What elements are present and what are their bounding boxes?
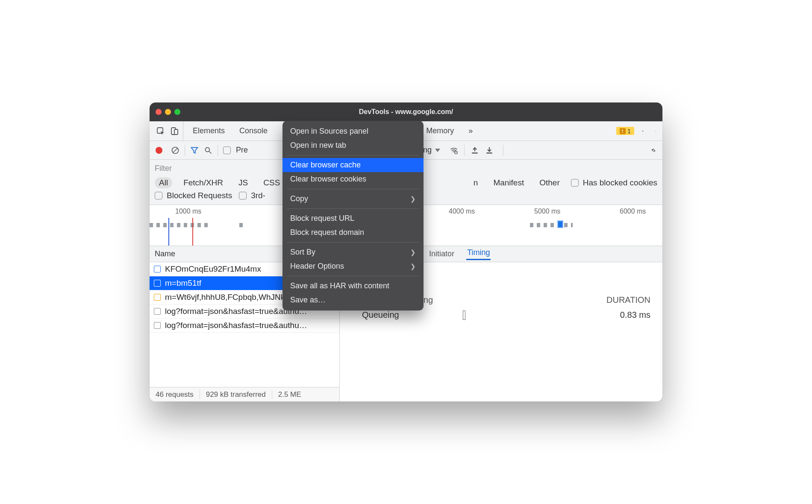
- svg-rect-11: [472, 152, 477, 154]
- traffic-lights: [156, 109, 180, 115]
- preserve-log-checkbox[interactable]: [223, 147, 231, 154]
- generic-file-icon: [154, 308, 161, 315]
- timeline-activity: [530, 223, 573, 227]
- ctx-open-sources[interactable]: Open in Sources panel: [282, 124, 424, 138]
- svg-point-8: [205, 147, 209, 152]
- filter-type-overflow-n[interactable]: n: [469, 177, 482, 188]
- issues-badge[interactable]: ! 1: [616, 127, 634, 135]
- request-name: m=bm51tf: [165, 278, 201, 288]
- inspect-element-icon[interactable]: [156, 127, 165, 135]
- timeline-selection-marker[interactable]: [558, 221, 562, 227]
- svg-rect-12: [486, 152, 492, 154]
- blocked-requests-checkbox[interactable]: [155, 192, 162, 199]
- window-title: DevTools - www.google.com/: [150, 108, 662, 116]
- request-name: KFOmCnqEu92Fr1Mu4mx: [165, 264, 261, 274]
- request-name: log?format=json&hasfast=true&authu…: [165, 321, 307, 330]
- svg-point-4: [656, 131, 656, 131]
- ctx-separator: [287, 155, 419, 155]
- filter-type-js[interactable]: JS: [234, 177, 252, 188]
- tab-console[interactable]: Console: [234, 126, 273, 135]
- filter-type-css[interactable]: CSS: [259, 177, 284, 188]
- ctx-sort-by[interactable]: Sort By❯: [282, 245, 424, 259]
- ctx-save-as[interactable]: Save as…: [282, 293, 424, 307]
- ctx-copy[interactable]: Copy❯: [282, 192, 424, 206]
- filter-funnel-icon[interactable]: [190, 146, 199, 155]
- has-blocked-cookies-checkbox[interactable]: [571, 179, 579, 187]
- window-titlebar: DevTools - www.google.com/: [150, 103, 662, 121]
- minimize-window-button[interactable]: [165, 109, 171, 115]
- script-file-icon: [154, 280, 161, 287]
- filter-type-manifest[interactable]: Manifest: [489, 177, 528, 188]
- third-party-label: 3rd-: [251, 191, 265, 200]
- has-blocked-cookies-label: Has blocked cookies: [583, 178, 657, 188]
- script-file-icon: [154, 294, 161, 301]
- record-button[interactable]: [156, 147, 162, 154]
- timing-row-label: Queueing: [352, 310, 463, 320]
- filter-type-all[interactable]: All: [155, 177, 172, 188]
- timing-duration-head: DURATION: [606, 295, 650, 305]
- ctx-separator: [287, 276, 419, 276]
- search-icon[interactable]: [204, 146, 212, 155]
- timeline-tick: 6000 ms: [620, 208, 646, 215]
- ctx-open-new-tab[interactable]: Open in new tab: [282, 138, 424, 152]
- svg-rect-2: [174, 129, 178, 135]
- detail-tab-timing[interactable]: Timing: [466, 248, 491, 260]
- warning-icon: !: [620, 128, 626, 134]
- svg-point-3: [656, 130, 656, 131]
- preserve-log-label: Pre: [236, 146, 248, 155]
- chevron-right-icon: ❯: [410, 263, 416, 270]
- settings-gear-icon[interactable]: [638, 127, 647, 135]
- export-har-icon[interactable]: [485, 146, 494, 155]
- dom-content-loaded-line: [168, 218, 169, 246]
- device-toolbar-icon[interactable]: [170, 127, 179, 135]
- ctx-separator: [287, 189, 419, 189]
- chevron-right-icon: ❯: [410, 195, 416, 203]
- ctx-clear-cookies[interactable]: Clear browser cookies: [282, 172, 424, 186]
- status-requests: 46 requests: [150, 390, 200, 399]
- status-resources: 2.5 ME: [272, 390, 307, 399]
- ctx-header-options[interactable]: Header Options❯: [282, 259, 424, 273]
- chevron-right-icon: ❯: [410, 249, 416, 256]
- network-settings-gear-icon[interactable]: [651, 146, 660, 155]
- request-row[interactable]: log?format=json&hasfast=true&authu…: [150, 319, 339, 333]
- timeline-tick: 1000 ms: [175, 208, 201, 215]
- ctx-separator: [287, 242, 419, 243]
- filter-type-other[interactable]: Other: [535, 177, 564, 188]
- clear-icon[interactable]: [171, 146, 179, 155]
- svg-line-9: [209, 151, 212, 153]
- more-options-icon[interactable]: [651, 127, 660, 135]
- detail-tab-initiator[interactable]: Initiator: [428, 249, 455, 258]
- fullscreen-window-button[interactable]: [174, 109, 180, 115]
- status-transferred: 929 kB transferred: [200, 390, 272, 399]
- ctx-clear-cache[interactable]: Clear browser cache: [282, 158, 424, 172]
- import-har-icon[interactable]: [471, 146, 479, 155]
- issues-count: 1: [627, 127, 631, 135]
- close-window-button[interactable]: [156, 109, 162, 115]
- ctx-block-domain[interactable]: Block request domain: [282, 226, 424, 240]
- ctx-save-har[interactable]: Save all as HAR with content: [282, 279, 424, 293]
- tab-memory[interactable]: Memory: [421, 126, 459, 135]
- svg-line-7: [173, 148, 177, 152]
- status-bar: 46 requests 929 kB transferred 2.5 ME: [150, 387, 339, 401]
- generic-file-icon: [154, 322, 161, 329]
- tabs-overflow-button[interactable]: »: [463, 126, 478, 135]
- timeline-tick: 5000 ms: [534, 208, 560, 215]
- blocked-requests-label: Blocked Requests: [167, 191, 232, 200]
- ctx-block-url[interactable]: Block request URL: [282, 211, 424, 226]
- timing-row-value: 0.83 ms: [620, 310, 650, 320]
- timing-row-bar: [463, 311, 465, 320]
- svg-point-5: [656, 131, 656, 132]
- filter-type-fetch[interactable]: Fetch/XHR: [179, 177, 227, 188]
- ctx-separator: [287, 208, 419, 209]
- network-conditions-icon[interactable]: [450, 146, 458, 155]
- dropdown-caret-icon: [435, 149, 440, 152]
- devtools-window: DevTools - www.google.com/ Elements Cons…: [150, 103, 662, 401]
- context-menu: Open in Sources panel Open in new tab Cl…: [282, 121, 424, 311]
- timeline-activity: [239, 223, 244, 227]
- request-name: m=Wt6vjf,hhhU8,FCpbqb,WhJNk: [165, 293, 285, 302]
- font-file-icon: [154, 266, 161, 273]
- timeline-tick: 4000 ms: [449, 208, 475, 215]
- load-event-line: [192, 218, 193, 246]
- tab-elements[interactable]: Elements: [188, 126, 230, 135]
- third-party-checkbox[interactable]: [239, 192, 247, 199]
